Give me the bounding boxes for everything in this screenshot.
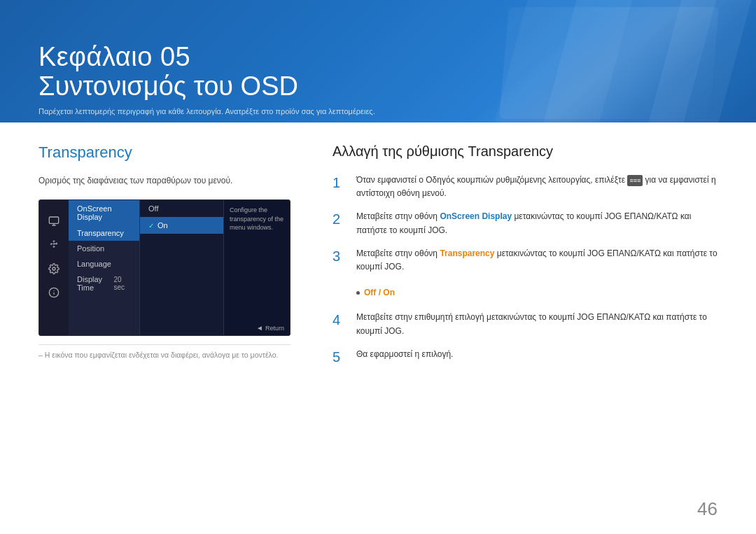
main-content: Transparency Ορισμός της διαφάνειας των … (0, 122, 756, 380)
chapter-title: Κεφάλαιο 05 (38, 43, 298, 72)
step-3: 3 Μεταβείτε στην οθόνη Transparency μετα… (332, 247, 718, 274)
osd-icon-move (47, 238, 61, 252)
screenshot-divider (38, 344, 290, 345)
right-column: Αλλαγή της ρύθμισης Transparency 1 Όταν … (332, 143, 718, 366)
option-off-on: Off / On (356, 285, 718, 301)
step-number-5: 5 (332, 348, 348, 366)
osd-return-label: ◄ Return (256, 324, 284, 332)
osd-desc-text: Configure the transparency of the menu w… (230, 206, 284, 232)
option-list: Off / On (356, 285, 718, 301)
step-number-4: 4 (332, 311, 348, 329)
left-column: Transparency Ορισμός της διαφάνειας των … (38, 143, 304, 366)
osd-submenu-on: ✓ On (140, 217, 223, 234)
osd-menu-item-transparency: Transparency (69, 225, 139, 241)
menu-icon-inline: ≡≡≡ (627, 175, 643, 186)
step-text-1: Όταν εμφανιστεί ο Οδηγός κουμπιών ρυθμιζ… (356, 174, 718, 200)
osd-icon-info (47, 286, 61, 300)
right-section-title: Αλλαγή της ρύθμισης Transparency (332, 143, 718, 160)
osd-icon-monitor (47, 214, 61, 228)
svg-point-3 (52, 267, 55, 270)
step-text-4: Μεταβείτε στην επιθυμητή επιλογή μετακιν… (356, 311, 718, 337)
step-4: 4 Μεταβείτε στην επιθυμητή επιλογή μετακ… (332, 311, 718, 337)
step-text-2: Μεταβείτε στην οθόνη OnScreen Display με… (356, 210, 718, 237)
header-banner: Κεφάλαιο 05 Συντονισμός του OSD Παρέχετα… (0, 0, 756, 122)
step-number-3: 3 (332, 247, 348, 265)
osd-screenshot: OnScreen Display Transparency Position L… (38, 199, 290, 336)
chapter-subtitle: Συντονισμός του OSD (38, 72, 298, 101)
osd-menu-header: OnScreen Display (69, 200, 139, 225)
step-text-5: Θα εφαρμοστεί η επιλογή. (356, 348, 718, 361)
osd-menu-panel: OnScreen Display Transparency Position L… (69, 200, 139, 335)
osd-menu-item-position: Position (69, 241, 139, 256)
step-text-3: Μεταβείτε στην οθόνη Transparency μετακι… (356, 247, 718, 274)
header-text-block: Κεφάλαιο 05 Συντονισμός του OSD (38, 43, 298, 101)
svg-rect-0 (49, 217, 58, 223)
osd-submenu-off: Off (140, 200, 223, 217)
osd-submenu: Off ✓ On (139, 200, 223, 335)
osd-icon-sidebar (39, 200, 69, 335)
step-bullet-text: Off / On (356, 281, 718, 301)
off-on-label: Off / On (364, 286, 395, 300)
bullet-dot (356, 291, 360, 295)
screenshot-note: – Η εικόνα που εμφανίζεται ενδέχεται να … (38, 351, 304, 359)
header-description: Παρέχεται λεπτομερής περιγραφή για κάθε … (38, 107, 375, 115)
step-5: 5 Θα εφαρμοστεί η επιλογή. (332, 348, 718, 366)
step-1: 1 Όταν εμφανιστεί ο Οδηγός κουμπιών ρυθμ… (332, 174, 718, 200)
left-section-title: Transparency (38, 143, 304, 162)
step-2: 2 Μεταβείτε στην οθόνη OnScreen Display … (332, 210, 718, 237)
onscreen-display-highlight: OnScreen Display (440, 211, 512, 221)
steps-list: 1 Όταν εμφανιστεί ο Οδηγός κουμπιών ρυθμ… (332, 174, 718, 366)
osd-description-panel: Configure the transparency of the menu w… (223, 200, 290, 335)
transparency-highlight: Transparency (440, 248, 494, 258)
step-bullet: Off / On (356, 281, 718, 301)
osd-menu-item-language: Language (69, 256, 139, 272)
left-section-description: Ορισμός της διαφάνειας των παραθύρων του… (38, 174, 304, 187)
step-number-2: 2 (332, 210, 348, 228)
page-number: 46 (697, 498, 718, 520)
step-number-1: 1 (332, 174, 348, 192)
osd-icon-gear (47, 262, 61, 276)
osd-menu-item-displaytime: Display Time 20 sec (69, 272, 139, 295)
